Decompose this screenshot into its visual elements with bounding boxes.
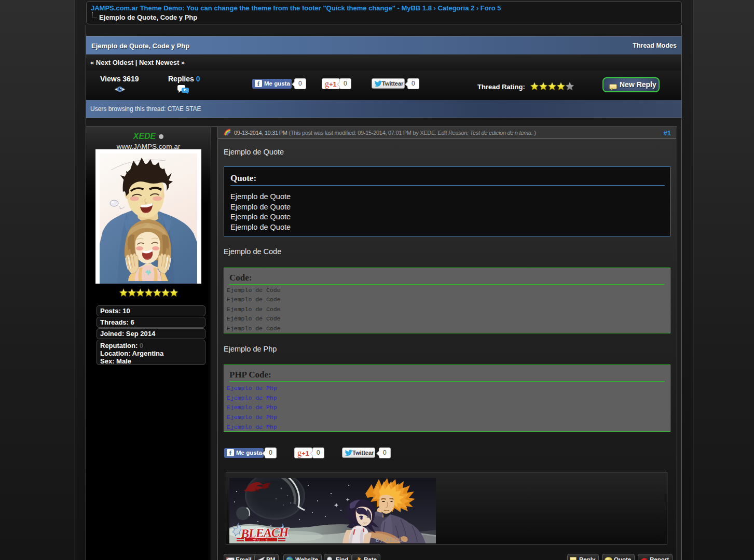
svg-text:ブリーチ: ブリーチ: [253, 538, 269, 542]
svg-text:By XEDE: By XEDE: [376, 537, 403, 543]
